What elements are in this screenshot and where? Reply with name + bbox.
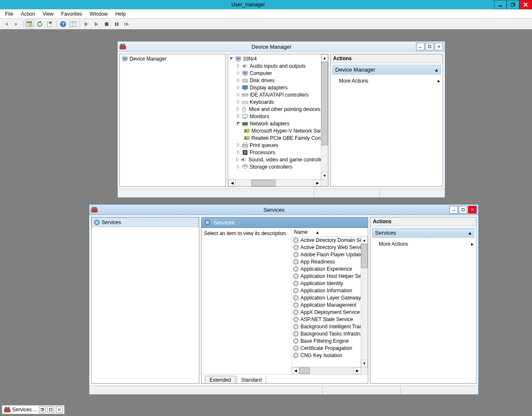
toolbar [0, 19, 532, 30]
tb-columns-button[interactable] [69, 19, 78, 29]
svg-rect-65 [117, 22, 119, 26]
tb-properties-button[interactable] [25, 19, 34, 29]
menu-view[interactable]: View [39, 10, 57, 18]
menu-file[interactable]: File [2, 10, 17, 18]
svg-rect-64 [115, 22, 116, 26]
menu-action[interactable]: Action [17, 10, 38, 18]
svg-rect-66 [124, 22, 125, 26]
main-close-button[interactable] [519, 0, 532, 9]
tb-pause-button[interactable] [112, 19, 121, 29]
main-minimize-button[interactable] [494, 0, 507, 9]
tb-back-button[interactable] [2, 19, 11, 29]
svg-rect-63 [105, 22, 108, 26]
menu-help[interactable]: Help [112, 10, 130, 18]
tb-play2-button[interactable] [92, 19, 101, 29]
app-title: User_manager [3, 2, 494, 8]
tb-help-button[interactable] [58, 19, 68, 29]
tb-restart-button[interactable] [122, 19, 132, 29]
tb-forward-button[interactable] [12, 19, 21, 29]
tb-refresh-button[interactable] [35, 19, 44, 29]
menu-window[interactable]: Window [86, 10, 111, 18]
tb-export-button[interactable] [45, 19, 55, 29]
main-titlebar: User_manager [0, 0, 532, 9]
menubar: File Action View Favorites Window Help [0, 9, 532, 19]
tb-stop-button[interactable] [102, 19, 111, 29]
main-restore-button[interactable] [507, 0, 519, 9]
mdi-area: Device Manager Device Manager 33Nr4Audio… [0, 29, 532, 30]
svg-rect-60 [511, 3, 514, 6]
tb-play-button[interactable] [82, 19, 91, 29]
menu-favorites[interactable]: Favorites [58, 10, 85, 18]
